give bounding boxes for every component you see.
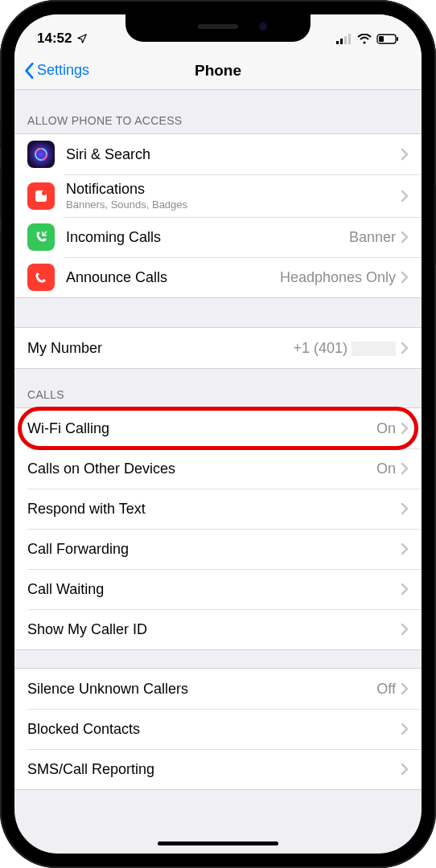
row-incoming-calls[interactable]: Incoming Calls Banner: [14, 217, 422, 257]
row-call-forwarding[interactable]: Call Forwarding: [14, 529, 422, 569]
row-label: Siri & Search: [66, 146, 401, 163]
row-sublabel: Banners, Sounds, Badges: [66, 199, 401, 211]
notifications-icon: [27, 182, 55, 210]
row-sms-call-reporting[interactable]: SMS/Call Reporting: [14, 749, 422, 789]
chevron-right-icon: [401, 231, 409, 244]
chevron-right-icon: [401, 623, 409, 636]
svg-point-11: [42, 190, 47, 195]
row-value: Headphones Only: [280, 269, 396, 286]
row-value: Off: [376, 681, 396, 698]
section-header-access: ALLOW PHONE TO ACCESS: [14, 90, 422, 133]
row-label: Respond with Text: [27, 501, 401, 518]
chevron-right-icon: [401, 190, 409, 203]
page-title: Phone: [195, 62, 241, 80]
svg-rect-0: [336, 41, 339, 44]
row-wifi-calling[interactable]: Wi-Fi Calling On: [14, 408, 422, 448]
chevron-right-icon: [401, 342, 409, 354]
svg-rect-6: [397, 37, 398, 41]
status-time: 14:52: [37, 31, 72, 47]
row-siri-search[interactable]: Siri & Search: [14, 134, 422, 174]
chevron-right-icon: [401, 542, 409, 555]
chevron-right-icon: [401, 422, 409, 435]
row-value: Banner: [349, 229, 396, 246]
siri-icon: [27, 141, 55, 168]
announce-calls-icon: [27, 264, 55, 291]
row-silence-unknown[interactable]: Silence Unknown Callers Off: [14, 669, 422, 709]
svg-rect-3: [348, 34, 351, 44]
row-call-waiting[interactable]: Call Waiting: [14, 569, 422, 609]
chevron-right-icon: [401, 682, 409, 695]
navbar: Settings Phone: [14, 51, 422, 90]
row-my-number[interactable]: My Number +1 (401): [14, 328, 422, 368]
row-value: On: [376, 461, 396, 477]
row-label: Blocked Contacts: [27, 721, 401, 738]
row-value: On: [376, 420, 396, 437]
row-announce-calls[interactable]: Announce Calls Headphones Only: [14, 257, 422, 297]
chevron-right-icon: [401, 462, 409, 475]
chevron-left-icon: [24, 62, 35, 80]
section-header-calls: CALLS: [14, 369, 422, 407]
chevron-right-icon: [401, 502, 409, 515]
row-label: Silence Unknown Callers: [27, 681, 376, 698]
chevron-right-icon: [401, 271, 409, 284]
chevron-right-icon: [401, 583, 409, 596]
home-indicator: [158, 841, 278, 845]
group-my-number: My Number +1 (401): [14, 327, 422, 369]
device-notch: [125, 14, 311, 42]
location-icon: [76, 33, 88, 44]
chevron-right-icon: [401, 148, 409, 161]
group-access: Siri & Search Notifications Banners, Sou…: [14, 133, 422, 298]
row-label: Show My Caller ID: [27, 621, 401, 638]
row-calls-other-devices[interactable]: Calls on Other Devices On: [14, 448, 422, 489]
row-show-caller-id[interactable]: Show My Caller ID: [14, 609, 422, 649]
row-label: Call Waiting: [27, 581, 401, 598]
chevron-right-icon: [401, 723, 409, 735]
row-respond-text[interactable]: Respond with Text: [14, 489, 422, 529]
chevron-right-icon: [401, 763, 409, 776]
group-misc: Silence Unknown Callers Off Blocked Cont…: [14, 668, 422, 790]
row-blocked-contacts[interactable]: Blocked Contacts: [14, 709, 422, 749]
svg-rect-2: [344, 36, 347, 44]
row-notifications[interactable]: Notifications Banners, Sounds, Badges: [14, 174, 422, 217]
row-label: My Number: [27, 340, 293, 357]
row-label: Call Forwarding: [27, 541, 401, 558]
svg-rect-7: [379, 36, 384, 42]
row-label: Announce Calls: [66, 269, 280, 286]
row-label: Wi-Fi Calling: [27, 420, 376, 437]
group-calls: Wi-Fi Calling On Calls on Other Devices …: [14, 407, 422, 650]
back-label: Settings: [37, 62, 89, 79]
back-button[interactable]: Settings: [24, 51, 89, 89]
row-label: Incoming Calls: [66, 229, 349, 246]
row-label: Calls on Other Devices: [27, 461, 376, 477]
incoming-calls-icon: [27, 223, 55, 251]
svg-point-4: [363, 41, 365, 43]
row-label: SMS/Call Reporting: [27, 761, 401, 778]
svg-rect-1: [340, 39, 343, 44]
row-value: +1 (401): [293, 340, 396, 357]
wifi-icon: [357, 34, 372, 44]
redacted-number: [352, 342, 396, 356]
row-label: Notifications: [66, 181, 401, 198]
battery-icon: [376, 34, 399, 44]
cellular-icon: [336, 34, 352, 44]
